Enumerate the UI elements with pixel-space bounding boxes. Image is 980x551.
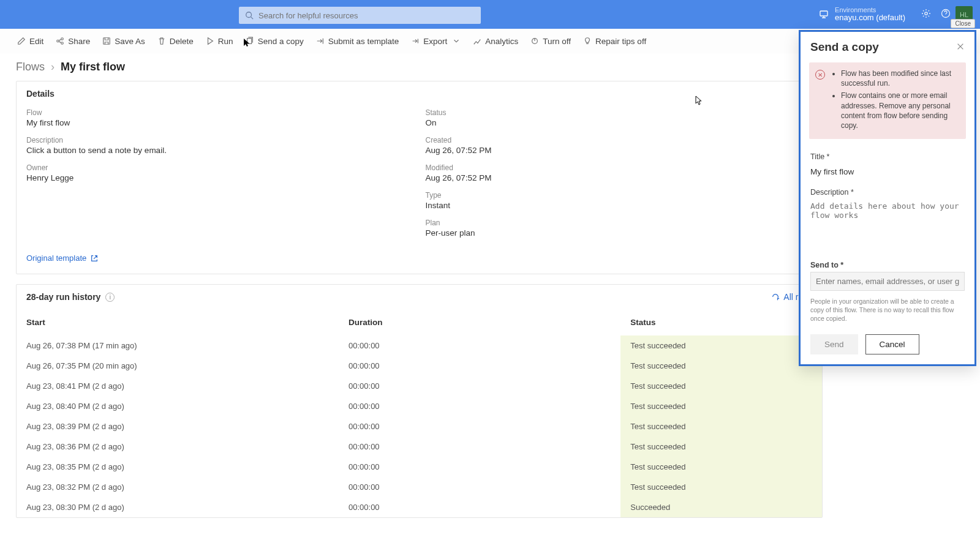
warning-box: ✕ Flow has been modified since last succ… [809,62,966,139]
cmd-submit-template-label: Submit as template [328,37,399,46]
info-icon[interactable]: i [105,293,115,302]
chevron-right-icon: › [51,61,55,73]
cmd-repair-tips[interactable]: Repair tips off [578,34,651,48]
flow-label: Flow [26,108,413,117]
table-row[interactable]: Aug 23, 08:30 PM (2 d ago) 00:00:00 Succ… [17,497,822,517]
svg-line-1 [251,17,254,20]
row-start: Aug 23, 08:32 PM (2 d ago) [17,477,339,497]
row-status: Test succeeded [620,416,822,437]
cmd-turn-off-label: Turn off [543,37,571,46]
row-duration: 00:00:00 [339,477,620,497]
svg-point-0 [246,12,252,18]
table-row[interactable]: Aug 23, 08:36 PM (2 d ago) 00:00:00 Test… [17,437,822,457]
panel-sendto-label: Send to * [810,261,965,269]
refresh-icon [771,293,780,301]
plan-value: Per-user plan [426,228,813,238]
cmd-export[interactable]: Export [406,34,466,48]
external-link-icon [90,254,99,263]
svg-rect-8 [104,38,110,45]
close-icon [956,42,965,51]
cmd-analytics[interactable]: Analytics [468,34,523,48]
row-duration: 00:00:00 [339,437,620,457]
cmd-delete-label: Delete [170,37,194,46]
type-label: Type [426,191,813,200]
row-status: Succeeded [620,497,822,517]
table-row[interactable]: Aug 23, 08:41 PM (2 d ago) 00:00:00 Test… [17,376,822,396]
modified-value: Aug 26, 07:52 PM [426,173,813,182]
cmd-run[interactable]: Run [201,34,238,48]
table-row[interactable]: Aug 26, 07:35 PM (20 min ago) 00:00:00 T… [17,356,822,376]
table-row[interactable]: Aug 23, 08:32 PM (2 d ago) 00:00:00 Test… [17,477,822,497]
created-label: Created [426,136,813,144]
row-duration: 00:00:00 [339,416,620,437]
created-value: Aug 26, 07:52 PM [426,146,813,155]
panel-title-input[interactable] [810,163,965,181]
table-row[interactable]: Aug 23, 08:40 PM (2 d ago) 00:00:00 Test… [17,396,822,416]
description-label: Description [26,136,413,144]
col-status[interactable]: Status [620,309,822,335]
details-title: Details [26,89,55,99]
svg-point-7 [61,42,64,45]
table-row[interactable]: Aug 23, 08:35 PM (2 d ago) 00:00:00 Test… [17,457,822,477]
panel-send-button[interactable]: Send [810,334,858,354]
row-duration: 00:00:00 [339,376,620,396]
run-history-title: 28-day run history [26,292,100,302]
search-box[interactable] [239,7,481,24]
status-value: On [426,118,813,127]
cmd-save-as[interactable]: Save As [97,34,150,48]
cmd-edit[interactable]: Edit [12,34,48,48]
panel-close-button[interactable] [956,42,965,53]
cmd-share[interactable]: Share [51,34,95,48]
environment-picker[interactable]: Environments enayu.com (default) [819,6,905,23]
owner-label: Owner [26,163,413,172]
close-tooltip: Close [951,19,975,28]
table-row[interactable]: Aug 23, 08:39 PM (2 d ago) 00:00:00 Test… [17,416,822,437]
details-card: Details Edit FlowMy first flow StatusOn … [16,81,823,274]
panel-sendto-input[interactable] [810,272,965,291]
original-template-label: Original template [26,253,86,263]
svg-point-3 [925,12,927,15]
panel-cancel-button[interactable]: Cancel [865,334,919,354]
cmd-submit-template[interactable]: Submit as template [311,34,404,48]
plan-label: Plan [426,219,813,227]
col-duration[interactable]: Duration [339,309,620,335]
cmd-repair-tips-label: Repair tips off [595,37,646,46]
top-bar: Environments enayu.com (default) HL [0,0,980,29]
row-start: Aug 23, 08:35 PM (2 d ago) [17,457,339,477]
environment-label: Environments [835,6,905,14]
row-status: Test succeeded [620,477,822,497]
environment-value: enayu.com (default) [835,13,905,23]
original-template-link[interactable]: Original template [26,253,99,263]
panel-description-input[interactable] [810,199,965,253]
table-row[interactable]: Aug 26, 07:38 PM (17 min ago) 00:00:00 T… [17,335,822,356]
cmd-delete[interactable]: Delete [153,34,198,48]
run-history-table: Start Duration Status Aug 26, 07:38 PM (… [17,309,822,517]
cmd-run-label: Run [218,37,233,46]
row-start: Aug 23, 08:40 PM (2 d ago) [17,396,339,416]
description-value: Click a button to send a note by email. [26,146,413,155]
environment-icon [819,9,829,19]
cmd-save-as-label: Save As [115,37,145,46]
error-icon: ✕ [815,70,825,80]
cmd-edit-label: Edit [29,37,43,46]
warning-item: Flow has been modified since last succes… [841,69,959,88]
panel-help-text: People in your organization will be able… [810,297,965,323]
cmd-turn-off[interactable]: Turn off [526,34,576,48]
col-start[interactable]: Start [17,309,339,335]
row-start: Aug 26, 07:38 PM (17 min ago) [17,335,339,356]
row-duration: 00:00:00 [339,356,620,376]
cmd-share-label: Share [68,37,90,46]
row-duration: 00:00:00 [339,457,620,477]
row-status: Test succeeded [620,356,822,376]
search-input[interactable] [258,11,475,20]
flow-value: My first flow [26,118,413,127]
svg-point-5 [57,40,59,42]
row-start: Aug 23, 08:39 PM (2 d ago) [17,416,339,437]
settings-icon[interactable] [921,9,931,20]
cmd-send-copy[interactable]: Send a copy [241,34,309,48]
chevron-down-icon [452,37,461,45]
run-history-card: 28-day run history i All runs Start Dura… [16,284,823,518]
help-icon[interactable] [941,9,951,20]
breadcrumb-root[interactable]: Flows [16,61,45,73]
search-icon [245,11,254,20]
